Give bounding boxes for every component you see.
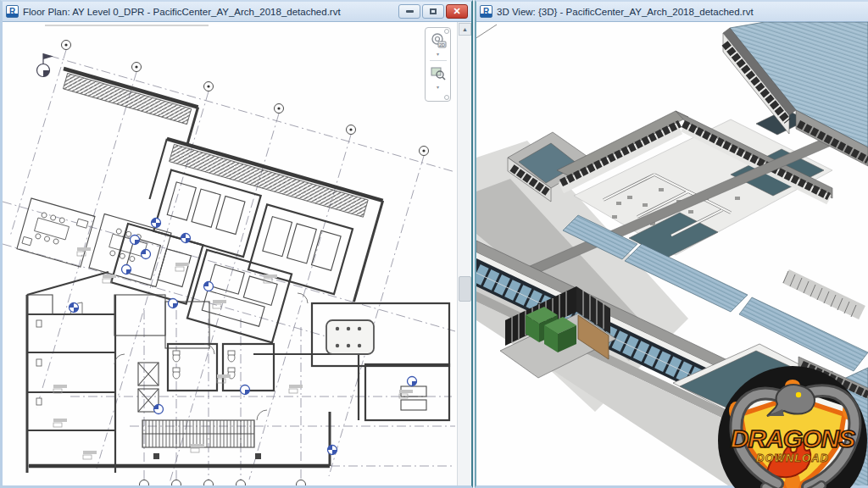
scrollbar-thumb[interactable] (459, 276, 471, 302)
zoom-dropdown-icon[interactable]: ▾ (437, 85, 439, 90)
floor-plan-window: R Floor Plan: AY Level 0_DPR - PacificCe… (0, 0, 473, 488)
minimize-button[interactable] (398, 4, 420, 19)
close-button[interactable]: ✕ (446, 4, 468, 19)
three-d-titlebar[interactable]: R 3D View: {3D} - PacificCenter_AY_Arch_… (476, 2, 868, 22)
scroll-up-button[interactable]: ▲ (459, 23, 471, 36)
wheel-dropdown-icon[interactable]: ▾ (437, 52, 439, 57)
svg-text:2D: 2D (438, 42, 444, 47)
floor-plan-drawing[interactable] (3, 22, 458, 485)
floor-plan-title: Floor Plan: AY Level 0_DPR - PacificCent… (23, 7, 394, 17)
maximize-icon (430, 8, 437, 14)
navbar-options-icon[interactable] (444, 95, 449, 100)
minimize-icon (406, 10, 414, 13)
floor-plan-canvas[interactable]: 2D ▾ ▾ ▲ (3, 22, 471, 485)
revit-file-icon: R (6, 5, 19, 18)
plan-vertical-scrollbar[interactable]: ▲ (457, 22, 471, 485)
steering-wheel-icon[interactable]: 2D (429, 31, 448, 50)
navigation-bar: 2D ▾ ▾ (425, 27, 451, 102)
revit-workspace: R Floor Plan: AY Level 0_DPR - PacificCe… (0, 0, 868, 488)
close-icon: ✕ (453, 7, 460, 16)
three-d-canvas[interactable] (476, 22, 868, 485)
navbar-pin-icon[interactable] (444, 29, 449, 34)
three-d-title: 3D View: {3D} - PacificCenter_AY_Arch_20… (497, 7, 865, 17)
three-d-drawing[interactable] (476, 22, 868, 485)
floor-plan-titlebar[interactable]: R Floor Plan: AY Level 0_DPR - PacificCe… (3, 2, 471, 22)
zoom-tool-icon[interactable] (429, 64, 448, 83)
three-d-window: R 3D View: {3D} - PacificCenter_AY_Arch_… (475, 0, 868, 488)
revit-file-icon: R (480, 5, 492, 18)
maximize-button[interactable] (422, 4, 444, 19)
